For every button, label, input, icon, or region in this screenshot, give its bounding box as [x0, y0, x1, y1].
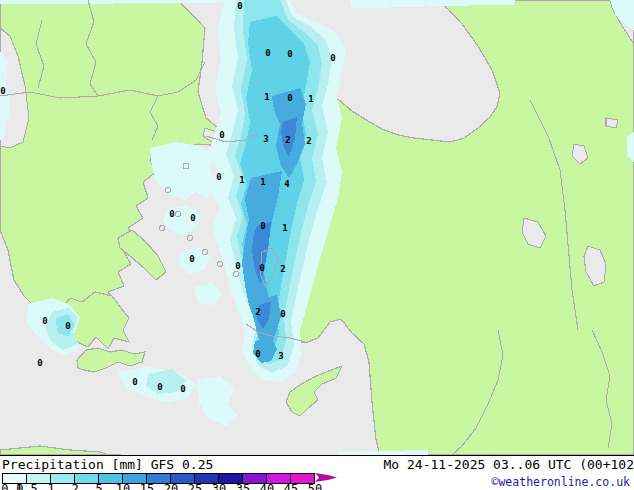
precip-strip-top-green	[425, 0, 515, 6]
colorbar-label-5: 5	[95, 482, 102, 490]
weather-map-screenshot: 0000010132200114000100022003000000 Preci…	[0, 0, 634, 490]
grid-value: 0	[216, 172, 221, 182]
colorbar-label-30: 30	[212, 482, 226, 490]
grid-value: 3	[278, 351, 283, 361]
lake-small-ne	[606, 118, 618, 128]
colorbar-label-25: 25	[188, 482, 202, 490]
grid-value: 2	[280, 264, 285, 274]
colorbar-label-15: 15	[140, 482, 154, 490]
colorbar-labels: 0.10.5125101520253035404550	[2, 482, 342, 490]
grid-value: 0	[259, 263, 264, 273]
grid-value: 0	[280, 309, 285, 319]
grid-value: 0	[0, 86, 5, 96]
grid-value: 0	[235, 261, 240, 271]
grid-value: 0	[219, 130, 224, 140]
grid-value: 1	[282, 223, 287, 233]
grid-value: 1	[264, 92, 269, 102]
precip-strip-top-mid	[350, 0, 426, 8]
grid-value: 0	[65, 321, 70, 331]
grid-value: 2	[285, 135, 290, 145]
grid-value: 0	[169, 209, 174, 219]
grid-value: 0	[190, 213, 195, 223]
map-area: 0000010132200114000100022003000000	[0, 0, 634, 456]
grid-value: 0	[132, 377, 137, 387]
grid-value: 1	[260, 177, 265, 187]
grid-value: 0	[265, 48, 270, 58]
colorbar-label-45: 45	[284, 482, 298, 490]
colorbar-label-1: 1	[47, 482, 54, 490]
map-footer: Precipitation [mm] GFS 0.25 Mo 24-11-202…	[0, 456, 634, 490]
grid-value: 0	[255, 349, 260, 359]
colorbar-label-20: 20	[164, 482, 178, 490]
grid-value: 0	[330, 53, 335, 63]
map-title: Precipitation [mm] GFS 0.25	[2, 457, 213, 472]
grid-value: 1	[308, 94, 313, 104]
colorbar-label-0.5: 0.5	[16, 482, 38, 490]
grid-value: 3	[263, 134, 268, 144]
map-valid-time: Mo 24-11-2025 03..06 UTC (00+102	[384, 457, 634, 472]
grid-value: 0	[157, 382, 162, 392]
grid-value: 2	[306, 136, 311, 146]
grid-value: 0	[189, 254, 194, 264]
colorbar-label-10: 10	[116, 482, 130, 490]
colorbar-label-2: 2	[71, 482, 78, 490]
grid-value: 0	[42, 316, 47, 326]
grid-value: 0	[180, 384, 185, 394]
copyright-link[interactable]: ©weatheronline.co.uk	[492, 475, 630, 489]
grid-value: 2	[255, 307, 260, 317]
grid-value: 1	[239, 175, 244, 185]
precipitation-map: 0000010132200114000100022003000000	[0, 0, 634, 455]
colorbar-label-50: 50	[308, 482, 322, 490]
colorbar-label-35: 35	[236, 482, 250, 490]
grid-value: 0	[287, 49, 292, 59]
grid-value: 0	[237, 1, 242, 11]
grid-value: 0	[37, 358, 42, 368]
grid-value: 0	[287, 93, 292, 103]
grid-value: 0	[260, 221, 265, 231]
precipitation-colorbar	[2, 473, 337, 482]
colorbar-label-40: 40	[260, 482, 274, 490]
grid-value: 4	[284, 179, 290, 189]
